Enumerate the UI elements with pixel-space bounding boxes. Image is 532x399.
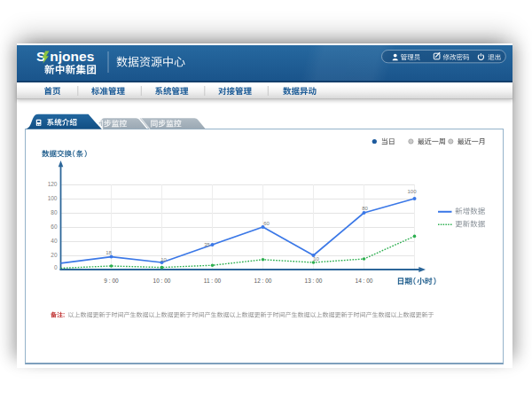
svg-text:60: 60 [51,223,58,230]
svg-text:10 : 00: 10 : 00 [153,278,171,284]
svg-text:60: 60 [263,221,270,226]
svg-text:13 : 00: 13 : 00 [305,278,323,284]
svg-text:18: 18 [106,250,112,255]
svg-text:80: 80 [362,206,368,211]
svg-text:0: 0 [54,264,58,270]
svg-text:12 : 00: 12 : 00 [254,278,272,284]
svg-text:11 : 00: 11 : 00 [204,278,222,284]
svg-text:80: 80 [51,209,58,215]
svg-text:100: 100 [407,189,417,194]
svg-text:35: 35 [204,242,210,247]
svg-text:9 : 00: 9 : 00 [104,278,119,284]
svg-text:100: 100 [48,195,58,201]
svg-text:10: 10 [313,256,319,262]
svg-text:njones: njones [50,49,94,64]
svg-text:120: 120 [48,181,58,187]
svg-text:40: 40 [51,238,58,244]
svg-text:14 : 00: 14 : 00 [356,278,373,284]
svg-text:10: 10 [160,257,167,262]
svg-text:20: 20 [51,252,58,258]
